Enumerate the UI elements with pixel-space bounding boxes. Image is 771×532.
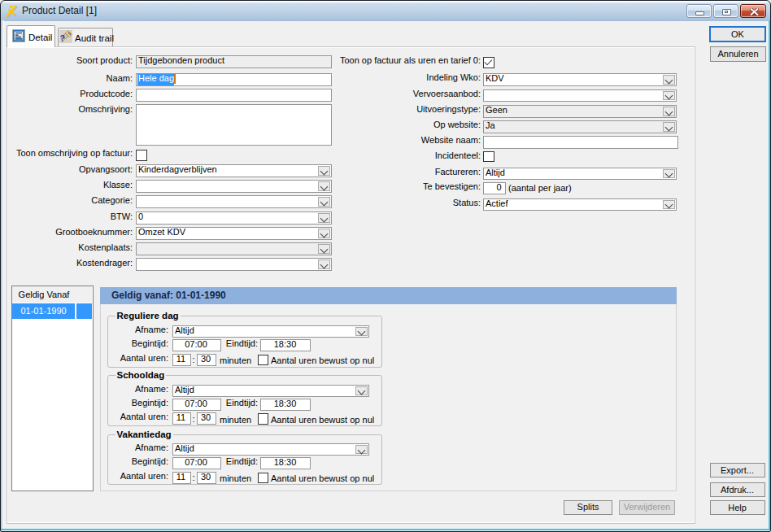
svg-text:?: ?	[60, 34, 65, 43]
